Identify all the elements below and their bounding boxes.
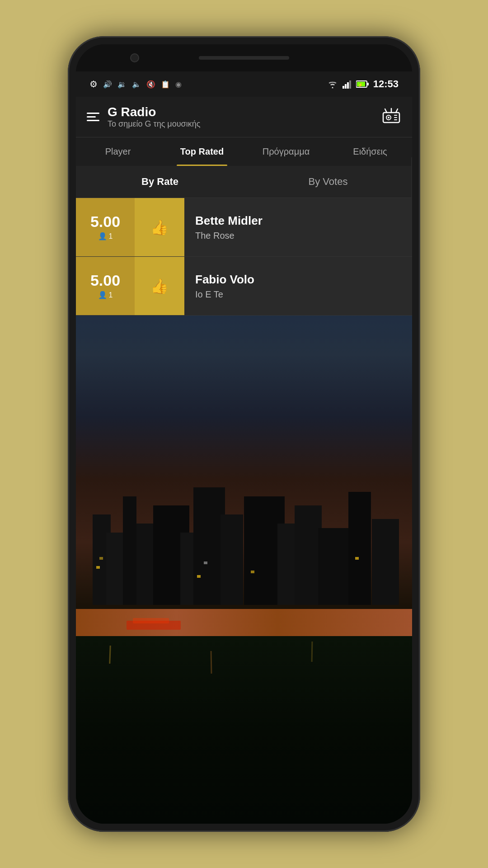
speaker-grill [199,56,289,60]
status-bar: ⚙ 🔊 🔉 🔈 🔇 📋 ◉ [76,71,412,97]
volume-low-icon: 🔈 [132,80,141,89]
tab-program[interactable]: Πρόγραμμα [244,137,328,166]
svg-text:⚡: ⚡ [358,82,363,88]
menu-button[interactable] [87,113,99,121]
phone-screen: ⚙ 🔊 🔉 🔈 🔇 📋 ◉ [76,44,412,824]
subtab-by-rate[interactable]: By Rate [76,172,244,191]
votes-count-1: 1 [109,232,113,241]
thumbs-up-icon-1: 👍 [150,219,169,236]
menu-line-3 [87,120,99,121]
phone-frame: ⚙ 🔊 🔉 🔈 🔇 📋 ◉ [68,36,420,832]
wifi-icon [327,80,338,89]
song-title-1: The Rose [195,231,401,241]
signal-icon [343,80,352,89]
sub-tabs: By Rate By Votes [76,166,412,198]
header-left: G Radio Το σημείο G της μουσικής [87,105,200,129]
subtab-by-votes[interactable]: By Votes [244,172,412,191]
tab-news[interactable]: Ειδήσεις [328,137,412,166]
status-bar-right: ⚡ 12:53 [327,78,399,90]
svg-point-10 [388,117,389,118]
front-camera [130,53,139,62]
tab-top-rated[interactable]: Top Rated [160,137,244,166]
svg-rect-2 [347,82,349,89]
menu-line-1 [87,113,99,114]
volume-med-icon: 🔉 [117,80,127,89]
rating-score-1: 5.00 [90,214,120,229]
menu-line-2 [87,116,96,118]
app-header: G Radio Το σημείο G της μουσικής [76,97,412,137]
song-item[interactable]: 5.00 👤 1 👍 Bette Midler The Rose [76,198,412,257]
song-info-2: Fabio Volo Io E Te [184,257,412,315]
volume-high-icon: 🔊 [103,80,112,89]
app-title-block: G Radio Το σημείο G της μουσικής [108,105,200,129]
person-icon-1: 👤 [98,232,107,241]
app-subtitle: Το σημείο G της μουσικής [108,119,200,129]
like-button-1[interactable]: 👍 [135,198,184,256]
votes-count-2: 1 [109,291,113,299]
rating-score-2: 5.00 [90,273,120,288]
app-title: G Radio [108,105,200,119]
sdcard-icon: 📋 [161,80,170,89]
like-button-2[interactable]: 👍 [135,257,184,315]
circle-icon: ◉ [175,80,182,89]
song-list: 5.00 👤 1 👍 Bette Midler The Rose [76,198,412,316]
nav-tabs: Player Top Rated Πρόγραμμα Ειδήσεις [76,137,412,166]
power-button[interactable] [411,157,412,212]
rating-votes-1: 👤 1 [98,232,113,241]
volume-mute-icon: 🔇 [146,80,155,89]
song-artist-2: Fabio Volo [195,273,401,287]
svg-rect-12 [394,117,397,118]
rating-votes-2: 👤 1 [98,291,113,299]
svg-rect-0 [343,86,344,89]
svg-rect-6 [367,83,369,85]
svg-rect-11 [394,115,397,116]
status-bar-left: ⚙ 🔊 🔉 🔈 🔇 📋 ◉ [89,79,182,90]
content-area: 5.00 👤 1 👍 Bette Midler The Rose [76,198,412,824]
svg-rect-3 [349,80,351,89]
song-info-1: Bette Midler The Rose [184,198,412,256]
tab-player[interactable]: Player [76,137,160,166]
song-rating-2: 5.00 👤 1 [76,257,135,315]
battery-icon: ⚡ [356,80,369,88]
svg-rect-1 [345,84,347,89]
gear-icon: ⚙ [89,79,98,90]
thumbs-up-icon-2: 👍 [150,278,169,295]
person-icon-2: 👤 [98,291,107,299]
radio-broadcast-icon[interactable] [381,107,401,127]
status-time: 12:53 [373,78,399,90]
song-artist-1: Bette Midler [195,214,401,228]
phone-top-notch [76,44,412,71]
song-rating-1: 5.00 👤 1 [76,198,135,256]
song-title-2: Io E Te [195,289,401,300]
song-item[interactable]: 5.00 👤 1 👍 Fabio Volo Io E Te [76,257,412,316]
svg-rect-13 [394,119,397,120]
